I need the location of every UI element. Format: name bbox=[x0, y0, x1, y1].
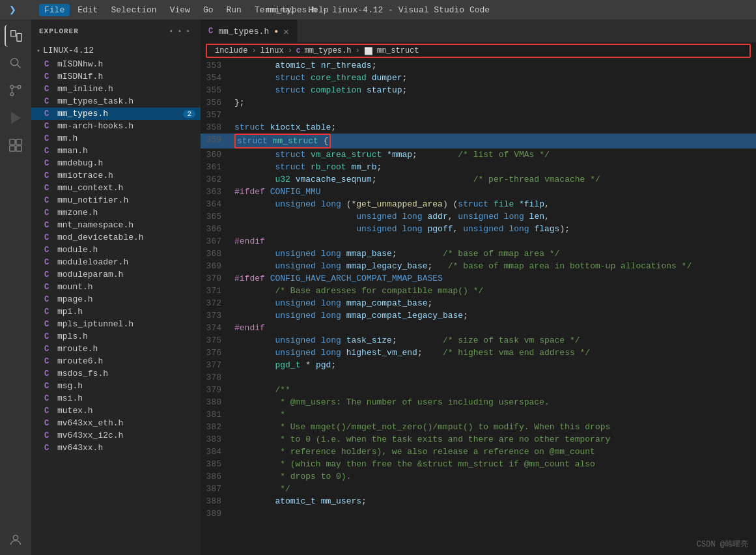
sidebar-item-mm_types_task-h[interactable]: Cmm_types_task.h bbox=[31, 95, 201, 107]
menu-view[interactable]: View bbox=[165, 4, 195, 16]
sidebar-item-module-h[interactable]: Cmodule.h bbox=[31, 244, 201, 256]
debug-activity-icon[interactable] bbox=[5, 107, 27, 129]
code-line-369: 369 unsigned long mmap_legacy_base; /* b… bbox=[201, 260, 756, 272]
sidebar-item-moduleloader-h[interactable]: Cmoduleloader.h bbox=[31, 256, 201, 268]
line-number: 353 bbox=[201, 59, 232, 72]
account-activity-icon[interactable] bbox=[8, 533, 23, 550]
breadcrumb-filetype-icon: C bbox=[296, 47, 301, 55]
sidebar-item-mISDNif-h[interactable]: CmISDNif.h bbox=[31, 70, 201, 83]
c-filetype-icon: C bbox=[44, 357, 53, 366]
menu-go[interactable]: Go bbox=[198, 4, 219, 16]
line-number: 388 bbox=[201, 495, 232, 507]
code-line-380: 380 * @mm_users: The number of users inc… bbox=[201, 396, 756, 408]
sidebar-file-label: mISDNif.h bbox=[57, 72, 103, 81]
sidebar-item-mv643xx-h[interactable]: Cmv643xx.h bbox=[31, 442, 201, 454]
svg-rect-8 bbox=[10, 139, 15, 145]
sidebar-item-msg-h[interactable]: Cmsg.h bbox=[31, 380, 201, 392]
sidebar-file-label: mnt_namespace.h bbox=[57, 220, 133, 230]
sidebar-title: EXPLORER bbox=[39, 27, 79, 35]
sidebar-item-mm-arch-hooks-h[interactable]: Cmm-arch-hooks.h bbox=[31, 120, 201, 132]
sidebar-item-mman-h[interactable]: Cmman.h bbox=[31, 145, 201, 157]
sidebar-item-mv643xx_i2c-h[interactable]: Cmv643xx_i2c.h bbox=[31, 429, 201, 442]
sidebar-item-mod_devicetable-h[interactable]: Cmod_devicetable.h bbox=[31, 231, 201, 244]
sidebar-item-mroute-h[interactable]: Cmroute.h bbox=[31, 343, 201, 355]
sidebar-item-mv643xx_eth-h[interactable]: Cmv643xx_eth.h bbox=[31, 417, 201, 429]
sidebar-file-label: mISDNhw.h bbox=[57, 59, 103, 69]
tab-mm-types-h[interactable]: C mm_types.h ● ✕ bbox=[201, 20, 298, 42]
line-number: 374 bbox=[201, 322, 232, 334]
sidebar-item-mmiotrace-h[interactable]: Cmmiotrace.h bbox=[31, 169, 201, 182]
sidebar-item-mutex-h[interactable]: Cmutex.h bbox=[31, 405, 201, 417]
sidebar-item-mroute6-h[interactable]: Cmroute6.h bbox=[31, 355, 201, 367]
svg-line-3 bbox=[17, 64, 20, 68]
line-content: #ifdef CONFIG_MMU bbox=[232, 186, 756, 198]
search-activity-icon[interactable] bbox=[5, 52, 27, 74]
sidebar-item-mount-h[interactable]: Cmount.h bbox=[31, 281, 201, 293]
sidebar-file-label: mpls.h bbox=[57, 332, 88, 341]
menu-run[interactable]: Run bbox=[221, 4, 246, 16]
breadcrumb-linux: linux bbox=[260, 46, 284, 55]
sidebar-item-mmu_notifier-h[interactable]: Cmmu_notifier.h bbox=[31, 194, 201, 206]
line-number: 355 bbox=[201, 84, 232, 96]
sidebar-root[interactable]: ▾ LINUX-4.12 bbox=[31, 43, 201, 58]
code-line-387: 387 */ bbox=[201, 483, 756, 495]
c-filetype-icon: C bbox=[44, 246, 53, 255]
sidebar-file-label: mv643xx_eth.h bbox=[57, 418, 123, 428]
sidebar-tree: CmISDNhw.hCmISDNif.hCmm_inline.hCmm_type… bbox=[31, 58, 201, 555]
menu-file[interactable]: File bbox=[39, 4, 70, 16]
menu-edit[interactable]: Edit bbox=[72, 4, 103, 16]
sidebar-item-mISDNhw-h[interactable]: CmISDNhw.h bbox=[31, 58, 201, 70]
line-number: 359 bbox=[201, 134, 232, 146]
sidebar-more-icon[interactable]: ··· bbox=[168, 25, 193, 38]
code-line-372: 372 unsigned long mmap_compat_base; bbox=[201, 297, 756, 309]
extensions-activity-icon[interactable] bbox=[5, 134, 27, 156]
sidebar-item-msdos_fs-h[interactable]: Cmsdos_fs.h bbox=[31, 367, 201, 380]
line-number: 365 bbox=[201, 210, 232, 223]
line-content: atomic_t mm_users; bbox=[232, 495, 756, 507]
code-line-367: 367#endif bbox=[201, 235, 756, 248]
editor-area: C mm_types.h ● ✕ include › linux › C mm_… bbox=[201, 20, 756, 555]
sidebar-file-badge: 2 bbox=[183, 110, 195, 118]
menu-selection[interactable]: Selection bbox=[105, 4, 161, 16]
sidebar-item-msi-h[interactable]: Cmsi.h bbox=[31, 392, 201, 405]
c-filetype-icon: C bbox=[44, 233, 53, 242]
menu-bar: File Edit Selection View Go Run Terminal… bbox=[39, 4, 334, 16]
svg-rect-0 bbox=[11, 31, 16, 36]
sidebar-item-mnt_namespace-h[interactable]: Cmnt_namespace.h bbox=[31, 219, 201, 231]
sidebar-item-mpls_iptunnel-h[interactable]: Cmpls_iptunnel.h bbox=[31, 318, 201, 330]
sidebar-item-mmzone-h[interactable]: Cmmzone.h bbox=[31, 206, 201, 219]
svg-point-5 bbox=[10, 92, 14, 96]
code-line-378: 378 bbox=[201, 371, 756, 384]
sidebar-file-label: mpi.h bbox=[57, 307, 83, 317]
sidebar-file-label: mm-arch-hooks.h bbox=[57, 121, 133, 131]
sidebar-item-mpi-h[interactable]: Cmpi.h bbox=[31, 306, 201, 318]
sidebar-item-mm_inline-h[interactable]: Cmm_inline.h bbox=[31, 83, 201, 95]
line-content: unsigned long mmap_compat_legacy_base; bbox=[232, 309, 756, 322]
line-number: 378 bbox=[201, 371, 232, 384]
sidebar-item-mpls-h[interactable]: Cmpls.h bbox=[31, 330, 201, 343]
menu-help[interactable]: Help bbox=[303, 4, 333, 16]
line-content: /** bbox=[232, 384, 756, 396]
main-layout: EXPLORER ··· ▾ LINUX-4.12 CmISDNhw.hCmIS… bbox=[0, 20, 756, 555]
line-content: * drops to 0). bbox=[232, 470, 756, 483]
scm-activity-icon[interactable] bbox=[5, 79, 27, 102]
sidebar-item-mmdebug-h[interactable]: Cmmdebug.h bbox=[31, 157, 201, 169]
sidebar-item-mmu_context-h[interactable]: Cmmu_context.h bbox=[31, 182, 201, 194]
line-number: 369 bbox=[201, 260, 232, 272]
tab-close-icon[interactable]: ✕ bbox=[283, 26, 288, 37]
sidebar-item-mm_types-h[interactable]: Cmm_types.h2 bbox=[31, 107, 201, 120]
sidebar-item-moduleparam-h[interactable]: Cmoduleparam.h bbox=[31, 268, 201, 281]
code-line-360: 360 struct vm_area_struct *mmap; /* list… bbox=[201, 149, 756, 161]
line-number: 366 bbox=[201, 223, 232, 235]
line-number: 371 bbox=[201, 285, 232, 297]
code-editor[interactable]: 353 atomic_t nr_threads;354 struct core_… bbox=[201, 59, 756, 555]
sidebar-file-label: msdos_fs.h bbox=[57, 369, 108, 378]
svg-rect-9 bbox=[16, 139, 21, 145]
line-content: struct rb_root mm_rb; bbox=[232, 161, 756, 173]
explorer-activity-icon[interactable] bbox=[5, 25, 27, 47]
code-line-388: 388 atomic_t mm_users; bbox=[201, 495, 756, 507]
c-filetype-icon: C bbox=[44, 208, 53, 218]
sidebar-item-mpage-h[interactable]: Cmpage.h bbox=[31, 293, 201, 306]
menu-terminal[interactable]: Terminal bbox=[249, 4, 300, 16]
sidebar-item-mm-h[interactable]: Cmm.h bbox=[31, 132, 201, 145]
